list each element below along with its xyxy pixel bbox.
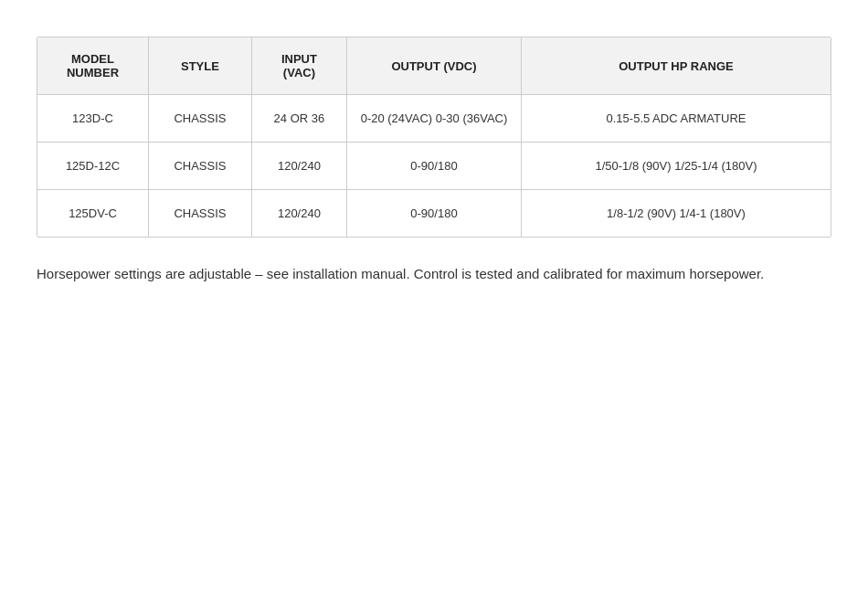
cell-input: 24 OR 36 (251, 95, 346, 143)
table-row: 125DV-CCHASSIS120/2400-90/1801/8-1/2 (90… (37, 190, 831, 238)
cell-input: 120/240 (251, 143, 346, 190)
cell-style: CHASSIS (149, 190, 252, 238)
header-output-hp: OUTPUT HP RANGE (521, 37, 831, 95)
cell-hp: 1/50-1/8 (90V) 1/25-1/4 (180V) (521, 143, 831, 190)
cell-style: CHASSIS (149, 95, 252, 143)
cell-output: 0-20 (24VAC) 0-30 (36VAC) (347, 95, 522, 143)
footnote-text: Horsepower settings are adjustable – see… (37, 263, 822, 285)
header-output-vdc: OUTPUT (VDC) (347, 37, 522, 95)
cell-model: 125D-12C (37, 143, 149, 190)
cell-hp: 1/8-1/2 (90V) 1/4-1 (180V) (521, 190, 831, 238)
header-style: STYLE (149, 37, 252, 95)
cell-output: 0-90/180 (347, 190, 522, 238)
cell-input: 120/240 (251, 190, 346, 238)
cell-style: CHASSIS (149, 143, 252, 190)
header-input-vac: INPUT(VAC) (251, 37, 346, 95)
product-table: MODELNUMBER STYLE INPUT(VAC) OUTPUT (VDC… (37, 37, 831, 238)
cell-model: 125DV-C (37, 190, 149, 238)
table-row: 123D-CCHASSIS24 OR 360-20 (24VAC) 0-30 (… (37, 95, 831, 143)
table-row: 125D-12CCHASSIS120/2400-90/1801/50-1/8 (… (37, 143, 831, 190)
cell-output: 0-90/180 (347, 143, 522, 190)
table-header-row: MODELNUMBER STYLE INPUT(VAC) OUTPUT (VDC… (37, 37, 831, 95)
cell-hp: 0.15-5.5 ADC ARMATURE (521, 95, 831, 143)
cell-model: 123D-C (37, 95, 149, 143)
header-model-number: MODELNUMBER (37, 37, 149, 95)
